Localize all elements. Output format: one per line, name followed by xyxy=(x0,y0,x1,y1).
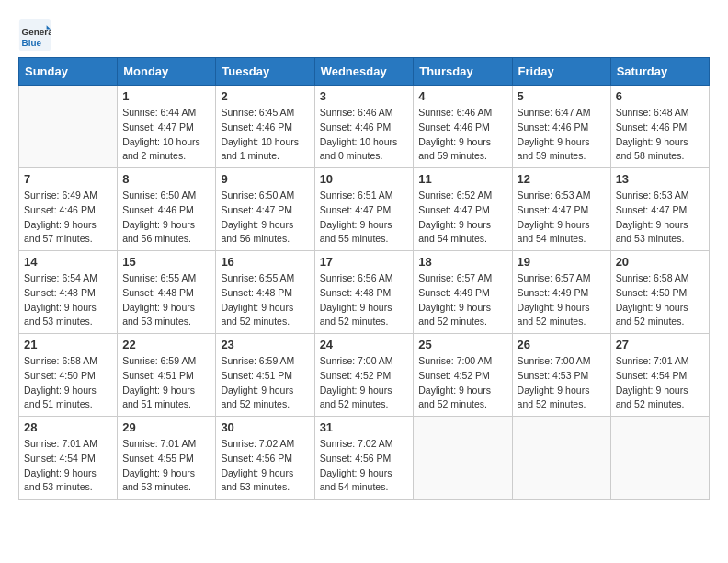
day-number: 13 xyxy=(616,172,704,186)
day-cell: 26Sunrise: 7:00 AMSunset: 4:53 PMDayligh… xyxy=(512,334,610,417)
day-cell: 9Sunrise: 6:50 AMSunset: 4:47 PMDaylight… xyxy=(216,168,314,251)
day-info: Sunrise: 7:01 AMSunset: 4:54 PMDaylight:… xyxy=(616,354,704,412)
day-cell: 15Sunrise: 6:55 AMSunset: 4:48 PMDayligh… xyxy=(118,251,216,334)
day-cell: 2Sunrise: 6:45 AMSunset: 4:46 PMDaylight… xyxy=(216,86,314,168)
page-header: General Blue xyxy=(18,18,710,52)
day-number: 27 xyxy=(616,338,704,351)
day-info: Sunrise: 6:53 AMSunset: 4:47 PMDaylight:… xyxy=(518,189,606,247)
day-cell: 1Sunrise: 6:44 AMSunset: 4:47 PMDaylight… xyxy=(118,86,216,168)
header-sunday: Sunday xyxy=(19,58,118,86)
day-cell: 13Sunrise: 6:53 AMSunset: 4:47 PMDayligh… xyxy=(610,168,709,251)
header-monday: Monday xyxy=(118,58,216,86)
day-number: 6 xyxy=(616,89,704,103)
day-number: 26 xyxy=(518,338,606,351)
day-info: Sunrise: 7:01 AMSunset: 4:55 PMDaylight:… xyxy=(122,437,210,495)
week-row-5: 28Sunrise: 7:01 AMSunset: 4:54 PMDayligh… xyxy=(19,417,710,500)
day-number: 18 xyxy=(418,255,506,269)
day-number: 25 xyxy=(418,338,506,351)
day-info: Sunrise: 6:56 AMSunset: 4:48 PMDaylight:… xyxy=(320,271,409,329)
header-saturday: Saturday xyxy=(610,58,709,86)
day-number: 4 xyxy=(418,89,506,103)
day-info: Sunrise: 6:47 AMSunset: 4:46 PMDaylight:… xyxy=(518,106,606,164)
week-row-3: 14Sunrise: 6:54 AMSunset: 4:48 PMDayligh… xyxy=(19,251,710,334)
day-cell: 18Sunrise: 6:57 AMSunset: 4:49 PMDayligh… xyxy=(414,251,512,334)
day-cell: 14Sunrise: 6:54 AMSunset: 4:48 PMDayligh… xyxy=(19,251,118,334)
day-info: Sunrise: 6:51 AMSunset: 4:47 PMDaylight:… xyxy=(320,189,409,247)
day-cell: 24Sunrise: 7:00 AMSunset: 4:52 PMDayligh… xyxy=(314,334,414,417)
day-cell xyxy=(512,417,610,500)
day-info: Sunrise: 6:50 AMSunset: 4:47 PMDaylight:… xyxy=(221,189,309,247)
day-info: Sunrise: 6:58 AMSunset: 4:50 PMDaylight:… xyxy=(616,271,704,329)
day-info: Sunrise: 7:01 AMSunset: 4:54 PMDaylight:… xyxy=(24,437,112,495)
header-wednesday: Wednesday xyxy=(314,58,414,86)
day-cell: 19Sunrise: 6:57 AMSunset: 4:49 PMDayligh… xyxy=(512,251,610,334)
day-info: Sunrise: 7:02 AMSunset: 4:56 PMDaylight:… xyxy=(221,437,309,495)
day-info: Sunrise: 7:02 AMSunset: 4:56 PMDaylight:… xyxy=(320,437,409,495)
day-info: Sunrise: 6:59 AMSunset: 4:51 PMDaylight:… xyxy=(122,354,210,412)
day-cell: 21Sunrise: 6:58 AMSunset: 4:50 PMDayligh… xyxy=(19,334,118,417)
day-number: 30 xyxy=(221,420,309,434)
logo: General Blue xyxy=(18,18,55,52)
day-cell: 27Sunrise: 7:01 AMSunset: 4:54 PMDayligh… xyxy=(610,334,709,417)
day-cell: 16Sunrise: 6:55 AMSunset: 4:48 PMDayligh… xyxy=(216,251,314,334)
day-number: 1 xyxy=(122,89,210,103)
day-number: 2 xyxy=(221,89,309,103)
day-number: 10 xyxy=(320,172,409,186)
header-thursday: Thursday xyxy=(414,58,512,86)
day-number: 3 xyxy=(320,89,409,103)
day-number: 9 xyxy=(221,172,309,186)
day-cell: 11Sunrise: 6:52 AMSunset: 4:47 PMDayligh… xyxy=(414,168,512,251)
day-cell xyxy=(610,417,709,500)
day-cell: 25Sunrise: 7:00 AMSunset: 4:52 PMDayligh… xyxy=(414,334,512,417)
calendar-header-row: SundayMondayTuesdayWednesdayThursdayFrid… xyxy=(19,58,710,86)
week-row-2: 7Sunrise: 6:49 AMSunset: 4:46 PMDaylight… xyxy=(19,168,710,251)
day-cell: 28Sunrise: 7:01 AMSunset: 4:54 PMDayligh… xyxy=(19,417,118,500)
week-row-1: 1Sunrise: 6:44 AMSunset: 4:47 PMDaylight… xyxy=(19,86,710,168)
day-cell: 10Sunrise: 6:51 AMSunset: 4:47 PMDayligh… xyxy=(314,168,414,251)
day-info: Sunrise: 6:57 AMSunset: 4:49 PMDaylight:… xyxy=(418,271,506,329)
day-cell: 17Sunrise: 6:56 AMSunset: 4:48 PMDayligh… xyxy=(314,251,414,334)
day-info: Sunrise: 6:57 AMSunset: 4:49 PMDaylight:… xyxy=(518,271,606,329)
day-cell xyxy=(414,417,512,500)
day-number: 29 xyxy=(122,420,210,434)
day-info: Sunrise: 6:45 AMSunset: 4:46 PMDaylight:… xyxy=(221,106,309,164)
day-number: 21 xyxy=(24,338,112,351)
day-info: Sunrise: 6:55 AMSunset: 4:48 PMDaylight:… xyxy=(221,271,309,329)
day-number: 15 xyxy=(122,255,210,269)
day-number: 22 xyxy=(122,338,210,351)
day-cell: 5Sunrise: 6:47 AMSunset: 4:46 PMDaylight… xyxy=(512,86,610,168)
svg-text:Blue: Blue xyxy=(22,38,42,48)
day-info: Sunrise: 6:50 AMSunset: 4:46 PMDaylight:… xyxy=(122,189,210,247)
day-cell: 8Sunrise: 6:50 AMSunset: 4:46 PMDaylight… xyxy=(118,168,216,251)
day-info: Sunrise: 6:52 AMSunset: 4:47 PMDaylight:… xyxy=(418,189,506,247)
day-number: 7 xyxy=(24,172,112,186)
day-number: 8 xyxy=(122,172,210,186)
logo-icon: General Blue xyxy=(18,18,51,52)
day-cell: 3Sunrise: 6:46 AMSunset: 4:46 PMDaylight… xyxy=(314,86,414,168)
day-number: 28 xyxy=(24,420,112,434)
day-info: Sunrise: 7:00 AMSunset: 4:52 PMDaylight:… xyxy=(418,354,506,412)
day-cell xyxy=(19,86,118,168)
day-number: 20 xyxy=(616,255,704,269)
day-info: Sunrise: 7:00 AMSunset: 4:53 PMDaylight:… xyxy=(518,354,606,412)
day-info: Sunrise: 6:55 AMSunset: 4:48 PMDaylight:… xyxy=(122,271,210,329)
day-number: 24 xyxy=(320,338,409,351)
day-info: Sunrise: 6:54 AMSunset: 4:48 PMDaylight:… xyxy=(24,271,112,329)
day-cell: 22Sunrise: 6:59 AMSunset: 4:51 PMDayligh… xyxy=(118,334,216,417)
day-info: Sunrise: 6:48 AMSunset: 4:46 PMDaylight:… xyxy=(616,106,704,164)
day-number: 16 xyxy=(221,255,309,269)
day-info: Sunrise: 6:58 AMSunset: 4:50 PMDaylight:… xyxy=(24,354,112,412)
day-info: Sunrise: 6:53 AMSunset: 4:47 PMDaylight:… xyxy=(616,189,704,247)
day-number: 17 xyxy=(320,255,409,269)
day-cell: 31Sunrise: 7:02 AMSunset: 4:56 PMDayligh… xyxy=(314,417,414,500)
day-cell: 20Sunrise: 6:58 AMSunset: 4:50 PMDayligh… xyxy=(610,251,709,334)
day-info: Sunrise: 6:46 AMSunset: 4:46 PMDaylight:… xyxy=(320,106,409,164)
day-number: 19 xyxy=(518,255,606,269)
day-info: Sunrise: 6:59 AMSunset: 4:51 PMDaylight:… xyxy=(221,354,309,412)
day-number: 5 xyxy=(518,89,606,103)
day-info: Sunrise: 7:00 AMSunset: 4:52 PMDaylight:… xyxy=(320,354,409,412)
day-number: 12 xyxy=(518,172,606,186)
day-number: 14 xyxy=(24,255,112,269)
day-info: Sunrise: 6:46 AMSunset: 4:46 PMDaylight:… xyxy=(418,106,506,164)
day-number: 11 xyxy=(418,172,506,186)
